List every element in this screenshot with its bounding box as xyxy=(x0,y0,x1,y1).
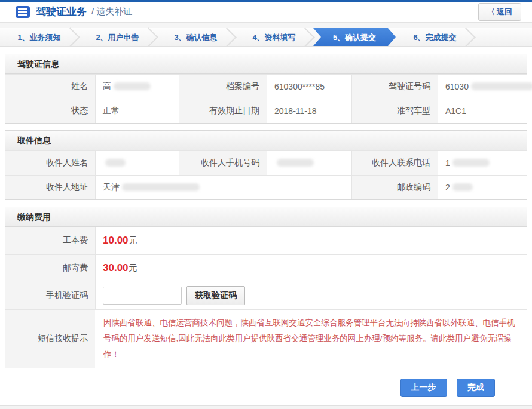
bottom-strip xyxy=(0,405,532,409)
page: 驾驶证业务 / 遗失补证 〈返回 1、业务须知 2、用户申告 3、确认信息 4、… xyxy=(0,0,532,409)
table-row: 邮寄费 30.00元 xyxy=(5,254,527,282)
license-section-title: 驾驶证信息 xyxy=(5,54,527,74)
file-number-label: 档案编号 xyxy=(179,75,267,99)
breadcrumb-subtitle: / 遗失补证 xyxy=(91,6,132,17)
redaction-blur xyxy=(452,159,490,167)
recipient-mobile-value xyxy=(267,151,351,175)
status-value: 正常 xyxy=(95,99,179,123)
header: 驾驶证业务 / 遗失补证 〈返回 xyxy=(0,2,532,23)
recipient-name-value xyxy=(95,151,179,175)
step-6-finish-submit: 6、完成提交 xyxy=(396,28,474,46)
redaction-blur xyxy=(105,159,126,167)
previous-step-button[interactable]: 上一步 xyxy=(400,379,447,397)
pickup-section-title: 取件信息 xyxy=(5,131,527,150)
redaction-blur xyxy=(114,82,151,90)
recipient-address-label: 收件人地址 xyxy=(5,176,95,199)
footer-actions: 上一步 完成 xyxy=(0,375,532,405)
vehicle-class-label: 准驾车型 xyxy=(351,99,438,123)
fees-section: 缴纳费用 工本费 10.00元 邮寄费 30.00元 手机验证码 获取验证码 短… xyxy=(5,207,527,368)
file-number-value: 610300****85 xyxy=(267,75,351,99)
step-3-confirm-info: 3、确认信息 xyxy=(157,28,235,46)
table-row: 状态 正常 有效期止日期 2018-11-18 准驾车型 A1C1 xyxy=(5,99,527,123)
recipient-mobile-label: 收件人手机号码 xyxy=(179,151,267,175)
redaction-blur xyxy=(471,82,532,90)
step-4-fill-data: 4、资料填写 xyxy=(235,28,313,46)
recipient-address-value: 天津 xyxy=(95,176,351,199)
sms-code-input[interactable] xyxy=(103,287,182,305)
production-fee-amount: 10.00 xyxy=(103,235,129,247)
back-button[interactable]: 〈返回 xyxy=(478,3,521,21)
pickup-info-section: 取件信息 收件人姓名 收件人手机号码 收件人联系电话 1 收件人地址 天津 邮政… xyxy=(5,130,527,200)
vehicle-class-value: A1C1 xyxy=(438,99,527,123)
redaction-blur xyxy=(122,183,200,191)
sms-code-label: 手机验证码 xyxy=(5,282,95,309)
redaction-blur xyxy=(277,159,314,167)
table-row: 工本费 10.00元 xyxy=(5,227,527,254)
sms-code-cell: 获取验证码 xyxy=(95,282,527,309)
sms-notice-text: 因陕西省联通、电信运营商技术问题，陕西省互联网交通安全综合服务管理平台无法向持陕… xyxy=(95,310,527,368)
step-5-confirm-submit-active: 5、确认提交 xyxy=(313,28,396,46)
fees-section-title: 缴纳费用 xyxy=(5,207,527,227)
production-fee-label: 工本费 xyxy=(5,227,95,254)
step-bar: 1、业务须知 2、用户申告 3、确认信息 4、资料填写 5、确认提交 6、完成提… xyxy=(0,28,532,47)
postage-fee-amount: 30.00 xyxy=(103,262,129,274)
header-gap xyxy=(0,23,532,28)
table-row: 姓名 高 档案编号 610300****85 驾驶证号码 61030 xyxy=(5,74,527,99)
get-code-button[interactable]: 获取验证码 xyxy=(186,286,245,305)
expiry-date-label: 有效期止日期 xyxy=(179,99,267,123)
chevron-left-icon: 〈 xyxy=(487,7,495,16)
back-button-label: 返回 xyxy=(497,7,512,16)
step-2-user-declaration: 2、用户申告 xyxy=(78,28,157,46)
postage-fee-value: 30.00元 xyxy=(95,255,527,282)
license-number-label: 驾驶证号码 xyxy=(351,75,438,99)
main-content: 驾驶证信息 姓名 高 档案编号 610300****85 驾驶证号码 61030… xyxy=(0,47,532,375)
table-row: 短信接收提示 因陕西省联通、电信运营商技术问题，陕西省互联网交通安全综合服务管理… xyxy=(5,309,527,368)
page-title: 驾驶证业务 xyxy=(36,5,87,19)
name-label: 姓名 xyxy=(5,75,95,99)
recipient-name-label: 收件人姓名 xyxy=(5,151,95,175)
license-info-section: 驾驶证信息 姓名 高 档案编号 610300****85 驾驶证号码 61030… xyxy=(5,54,527,124)
table-row: 收件人地址 天津 邮政编码 2 xyxy=(5,175,527,199)
postcode-label: 邮政编码 xyxy=(351,176,438,199)
list-icon xyxy=(16,6,30,18)
table-row: 收件人姓名 收件人手机号码 收件人联系电话 1 xyxy=(5,150,527,175)
status-label: 状态 xyxy=(5,99,95,123)
redaction-blur xyxy=(452,183,473,191)
sms-notice-label: 短信接收提示 xyxy=(5,310,95,368)
finish-button[interactable]: 完成 xyxy=(457,379,495,397)
postage-fee-label: 邮寄费 xyxy=(5,255,95,282)
name-value: 高 xyxy=(95,75,179,99)
production-fee-value: 10.00元 xyxy=(95,227,527,254)
table-row: 手机验证码 获取验证码 xyxy=(5,282,527,309)
postage-fee-unit: 元 xyxy=(129,263,137,273)
step-1-business-notes: 1、业务须知 xyxy=(0,28,78,46)
production-fee-unit: 元 xyxy=(129,235,137,246)
recipient-phone-value: 1 xyxy=(438,151,527,175)
recipient-phone-label: 收件人联系电话 xyxy=(351,151,438,175)
license-number-value: 61030 xyxy=(438,75,532,99)
expiry-date-value: 2018-11-18 xyxy=(267,99,351,123)
postcode-value: 2 xyxy=(438,176,527,199)
